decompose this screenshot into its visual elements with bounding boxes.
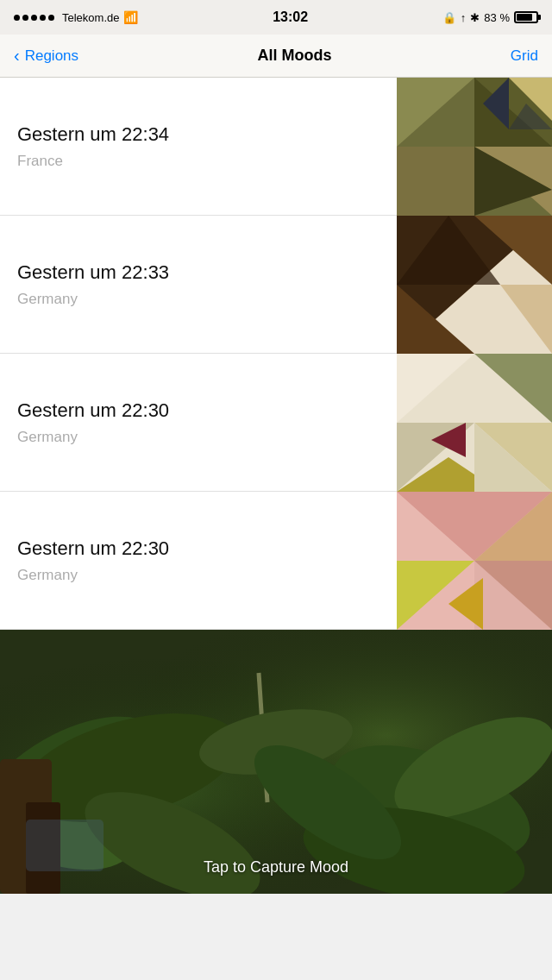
mood-thumbnail	[397, 216, 552, 354]
signal-dots	[14, 15, 54, 21]
bluetooth-icon: ✱	[470, 11, 480, 24]
carrier-label: Telekom.de	[62, 11, 119, 24]
mood-timestamp: Gestern um 22:30	[17, 399, 380, 422]
mood-timestamp: Gestern um 22:30	[17, 537, 380, 560]
mood-location: France	[17, 153, 380, 170]
page-title: All Moods	[257, 47, 331, 65]
back-chevron-icon: ‹	[14, 46, 20, 66]
mood-timestamp: Gestern um 22:33	[17, 261, 380, 284]
battery-icon	[514, 11, 538, 23]
mood-text-area: Gestern um 22:34 France	[0, 78, 397, 215]
mood-item[interactable]: Gestern um 22:33 Germany	[0, 216, 552, 354]
wifi-icon: 📶	[123, 10, 138, 24]
status-left: Telekom.de 📶	[14, 10, 138, 24]
mood-location: Germany	[17, 291, 380, 308]
mood-list: Gestern um 22:34 France	[0, 78, 552, 630]
mood-location: Germany	[17, 429, 380, 446]
back-label: Regions	[25, 47, 78, 65]
status-bar: Telekom.de 📶 13:02 🔒 ↑ ✱ 83 %	[0, 0, 552, 35]
back-button[interactable]: ‹ Regions	[14, 46, 78, 66]
lock-icon: 🔒	[442, 11, 456, 24]
mood-thumbnail	[397, 78, 552, 216]
plant-overlay	[0, 630, 552, 894]
battery-percent: 83 %	[484, 11, 510, 24]
location-icon: ↑	[461, 11, 467, 24]
mood-thumbnail	[397, 492, 552, 630]
capture-label: Tap to Capture Mood	[204, 858, 348, 876]
svg-rect-47	[26, 820, 104, 871]
mood-location: Germany	[17, 567, 380, 584]
mood-text-area: Gestern um 22:33 Germany	[0, 216, 397, 353]
mood-thumbnail	[397, 354, 552, 492]
status-right: 🔒 ↑ ✱ 83 %	[442, 11, 538, 24]
mood-item[interactable]: Gestern um 22:34 France	[0, 78, 552, 216]
navigation-bar: ‹ Regions All Moods Grid	[0, 35, 552, 78]
status-time: 13:02	[273, 9, 308, 25]
camera-area[interactable]: Tap to Capture Mood	[0, 630, 552, 894]
mood-text-area: Gestern um 22:30 Germany	[0, 492, 397, 629]
mood-timestamp: Gestern um 22:34	[17, 123, 380, 146]
mood-item[interactable]: Gestern um 22:30 Germany	[0, 492, 552, 630]
mood-item[interactable]: Gestern um 22:30 Germany	[0, 354, 552, 492]
grid-button[interactable]: Grid	[511, 47, 538, 65]
mood-text-area: Gestern um 22:30 Germany	[0, 354, 397, 491]
svg-marker-4	[397, 147, 474, 216]
